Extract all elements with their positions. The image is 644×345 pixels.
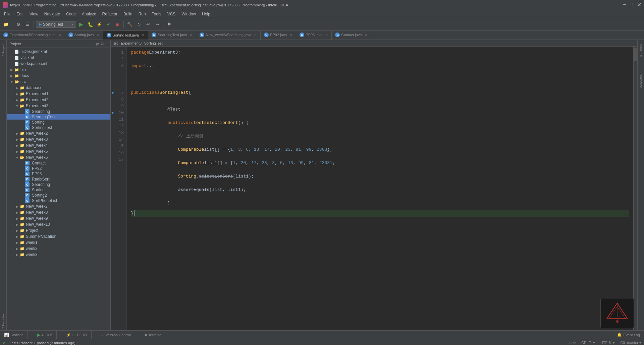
toolbar-keymap[interactable]: ☰ — [23, 20, 32, 28]
strip-maven-label[interactable]: m — [639, 54, 643, 59]
tab-close-sortingtest[interactable]: ✕ — [142, 33, 145, 38]
tree-item-radixsort[interactable]: C RadixSort — [7, 177, 110, 182]
tree-item-sortingtest[interactable]: C SortingTest — [7, 125, 110, 130]
toolbar-undo[interactable]: ↩ — [144, 20, 152, 28]
tab-close-contact[interactable]: ✕ — [365, 33, 368, 37]
tab-searningtest-java[interactable]: C SearningTest.java ✕ — [148, 31, 196, 40]
menu-edit[interactable]: Edit — [14, 11, 26, 17]
tab-searching-java[interactable]: C Experiment3\Searching.java ✕ — [0, 31, 65, 40]
tab-terminal[interactable]: ■ Terminal — [141, 331, 166, 339]
tree-item-pp92[interactable]: C PP92 — [7, 166, 110, 171]
tab-close-pp93[interactable]: ✕ — [325, 33, 328, 37]
tree-item-workspace[interactable]: 📄 workspace.xml — [7, 61, 110, 67]
menu-file[interactable]: File — [1, 11, 13, 17]
close-btn[interactable]: ✕ — [637, 2, 641, 8]
menu-refactor[interactable]: Refactor — [100, 11, 120, 17]
tab-contact[interactable]: C Contact.java ✕ — [332, 31, 371, 40]
tab-vcs[interactable]: ✓ Version Control — [97, 331, 135, 339]
breadcrumb-exp3[interactable]: Experiment3 — [121, 41, 142, 45]
menu-window[interactable]: Window — [179, 11, 199, 17]
project-hide-icon[interactable]: − — [105, 42, 108, 46]
tree-item-summervacation[interactable]: ▶ 📁 SummerVacation — [7, 233, 110, 239]
strip-build-label[interactable]: Build — [639, 43, 643, 52]
breadcrumb-src[interactable]: src — [113, 41, 118, 45]
strip-database-label[interactable]: Database — [639, 74, 643, 89]
tree-item-newweek6[interactable]: ▼ 📂 New_week6 — [7, 154, 110, 160]
tab-statistic[interactable]: 📊 Statistic — [0, 331, 28, 339]
toolbar-settings[interactable]: ⚙ — [14, 20, 22, 28]
minimize-btn[interactable]: − — [623, 2, 626, 8]
tab-sortingtest-java[interactable]: C SortingTest.java ✕ — [103, 31, 148, 40]
tab-close-searching[interactable]: ✕ — [58, 33, 61, 37]
git-status[interactable]: Git: master ▾ — [620, 341, 641, 345]
stop-button[interactable]: ■ — [113, 20, 121, 28]
tree-item-newweek5[interactable]: ▶ 📁 New_week5 — [7, 148, 110, 154]
toolbar-sync[interactable]: ↻ — [135, 20, 143, 28]
cursor-position[interactable]: 17:2 — [569, 341, 576, 345]
run-button[interactable]: ▶ — [77, 20, 85, 28]
tree-item-exp3[interactable]: ▼ 📂 Experiment3 — [7, 103, 110, 109]
toolbar-redo[interactable]: ↪ — [153, 20, 161, 28]
gutter-icon-line10[interactable]: ▶ — [112, 110, 114, 116]
event-log[interactable]: 🔔 Event Log — [613, 331, 644, 339]
tree-item-searningtest[interactable]: C SearningTest — [7, 114, 110, 120]
tab-close-searningtest[interactable]: ✕ — [190, 33, 193, 37]
project-sync-icon[interactable]: ⇄ — [96, 42, 99, 46]
gutter-icon-line7[interactable]: ▶ — [112, 89, 114, 96]
menu-help[interactable]: Help — [199, 11, 213, 17]
project-gear-icon[interactable]: ⚙ — [100, 42, 104, 46]
tree-item-bin[interactable]: ▶ 📁 bin — [7, 67, 110, 73]
tree-item-week1[interactable]: ▶ 📁 week1 — [7, 239, 110, 246]
tab-close-sorting[interactable]: ✕ — [97, 33, 100, 37]
menu-analyze[interactable]: Analyze — [79, 11, 99, 17]
tree-item-sorting2[interactable]: C Sorting2 — [7, 193, 110, 198]
tree-item-newweek4[interactable]: ▶ 📁 New_week4 — [7, 142, 110, 148]
menu-vcs[interactable]: VCS — [165, 11, 178, 17]
tree-item-docs[interactable]: ▶ 📁 docs — [7, 73, 110, 79]
line-ending[interactable]: CRLF: ▾ — [581, 341, 595, 345]
toolbar-layout[interactable]: ⯈ — [165, 20, 173, 28]
menu-tools[interactable]: Tools — [149, 11, 164, 17]
tab-sorting-java[interactable]: C Sorting.java ✕ — [65, 31, 103, 40]
tree-item-project-folder[interactable]: ▶ 📁 Project — [7, 227, 110, 233]
tree-item-uidesigner[interactable]: 📄 uiDesigner.xml — [7, 49, 110, 55]
coverage-button[interactable]: ✔ — [104, 20, 112, 28]
tab-newweek6-searching[interactable]: C New_week6\Searching.java ✕ — [196, 31, 261, 40]
tree-item-newweek2[interactable]: ▶ 📁 New_week2 — [7, 130, 110, 136]
menu-run[interactable]: Run — [136, 11, 149, 17]
encoding[interactable]: UTF-8: ▾ — [600, 341, 615, 345]
menu-build[interactable]: Build — [121, 11, 135, 17]
tree-item-newweek8[interactable]: ▶ 📁 New_week8 — [7, 209, 110, 215]
tree-item-newweek10[interactable]: ▶ 📁 New_week10 — [7, 221, 110, 227]
tab-close-pp92[interactable]: ✕ — [289, 33, 292, 37]
strip-project-label[interactable]: 1:Project — [1, 43, 6, 58]
tree-item-newweek7[interactable]: ▶ 📁 New_week7 — [7, 203, 110, 209]
tree-item-sorting-nw6[interactable]: C Sorting — [7, 187, 110, 193]
toolbar-build[interactable]: 🔨 — [126, 20, 134, 28]
strip-favorites-label[interactable]: 2:Favorites — [1, 313, 6, 330]
tree-item-exp2[interactable]: ▶ 📁 Experiment2 — [7, 97, 110, 103]
tree-item-contact[interactable]: C Contact — [7, 160, 110, 166]
tab-run[interactable]: ▶ 4: Run — [33, 331, 57, 339]
tree-item-week2[interactable]: ▶ 📁 week2 — [7, 246, 110, 252]
tree-item-week3[interactable]: ▶ 📁 week3 — [7, 252, 110, 258]
menu-navigate[interactable]: Navigate — [42, 11, 63, 17]
menu-code[interactable]: Code — [63, 11, 78, 17]
tree-item-sortphonelist[interactable]: C SortPhoneList — [7, 198, 110, 203]
tree-item-pp93[interactable]: C PP93 — [7, 171, 110, 177]
breadcrumb-sortingtest[interactable]: SortingTest — [144, 41, 163, 45]
toolbar-project-structure[interactable]: 📁 — [2, 20, 10, 28]
profile-button[interactable]: ⚡ — [95, 20, 103, 28]
tree-item-searching-nw6[interactable]: C Searching — [7, 182, 110, 187]
maximize-btn[interactable]: □ — [630, 2, 633, 8]
tab-pp93[interactable]: C PP93.java ✕ — [296, 31, 332, 40]
tree-item-vcs[interactable]: 📄 vcs.xml — [7, 55, 110, 61]
menu-view[interactable]: View — [27, 11, 41, 17]
tree-item-sorting-exp3[interactable]: C Sorting — [7, 120, 110, 125]
tab-close-nw6-search[interactable]: ✕ — [254, 33, 257, 37]
code-editor[interactable]: ▶ ▶ 1 2 3 7 8 9 10 11 12 13 14 15 16 17 — [111, 47, 637, 330]
code-content[interactable]: package Experiment3; import ... public c… — [127, 47, 633, 330]
tree-item-searching-exp3[interactable]: C Searching — [7, 109, 110, 114]
tree-item-exp1[interactable]: ▶ 📁 Experiment1 — [7, 91, 110, 97]
tab-todo[interactable]: ⚡ 6: TODO — [62, 331, 92, 339]
